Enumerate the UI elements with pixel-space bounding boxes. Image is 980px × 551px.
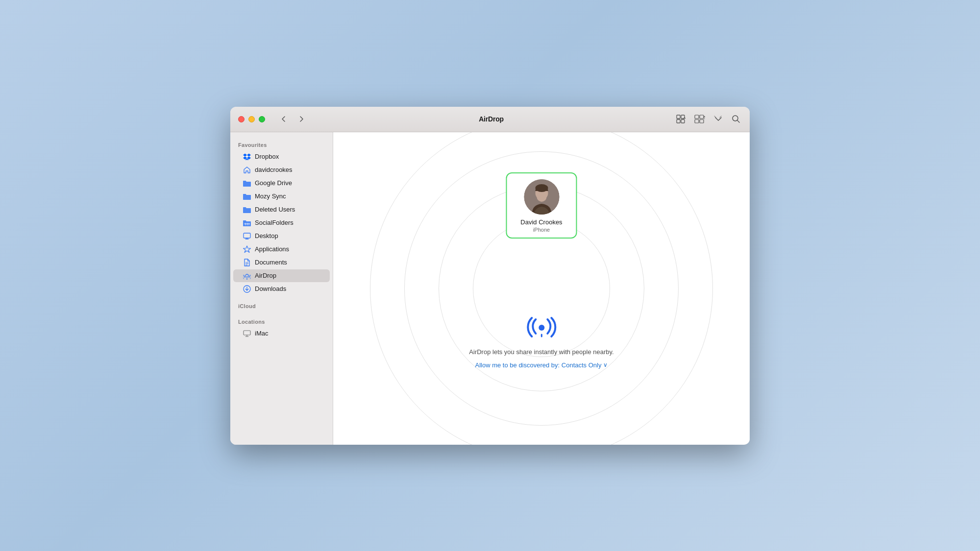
- svg-point-17: [245, 274, 248, 277]
- sidebar-item-desktop[interactable]: Desktop: [233, 230, 330, 242]
- folder-icon-mozy: [243, 192, 251, 200]
- close-button[interactable]: [238, 116, 245, 122]
- icloud-header: iCloud: [230, 299, 333, 311]
- svg-rect-4: [695, 115, 699, 119]
- sidebar-item-imac[interactable]: iMac: [233, 327, 330, 340]
- maximize-button[interactable]: [259, 116, 265, 122]
- sidebar-item-social-folders[interactable]: SocialFolders: [233, 216, 330, 229]
- airdrop-info: AirDrop lets you share instantly with pe…: [469, 307, 613, 369]
- favourites-header: Favourites: [230, 138, 333, 150]
- avatar: [524, 179, 559, 215]
- airdrop-discovery-setting[interactable]: Allow me to be discovered by: Contacts O…: [475, 361, 608, 369]
- svg-point-8: [733, 116, 738, 121]
- svg-rect-3: [681, 120, 685, 123]
- svg-point-18: [246, 278, 247, 279]
- device-name: David Crookes: [520, 218, 562, 226]
- svg-rect-13: [244, 233, 250, 238]
- sidebar-item-desktop-label: Desktop: [255, 232, 278, 240]
- folder-icon-gdrive: [243, 179, 251, 187]
- back-button[interactable]: [277, 114, 291, 124]
- svg-rect-2: [677, 120, 680, 123]
- sidebar-item-mozy-label: Mozy Sync: [255, 192, 286, 200]
- sidebar-item-documents[interactable]: Documents: [233, 256, 330, 269]
- finder-window: AirDrop: [230, 107, 750, 445]
- svg-rect-5: [695, 120, 699, 123]
- sidebar-item-docs-label: Documents: [255, 259, 287, 266]
- sidebar-item-home-label: davidcrookes: [255, 166, 293, 173]
- sidebar-item-apps-label: Applications: [255, 245, 289, 253]
- list-view-button[interactable]: [693, 113, 707, 125]
- svg-rect-6: [700, 115, 704, 119]
- airdrop-description: AirDrop lets you share instantly with pe…: [469, 348, 613, 356]
- traffic-lights: [238, 116, 265, 122]
- titlebar: AirDrop: [230, 107, 750, 132]
- sidebar-item-dropbox[interactable]: Dropbox: [233, 150, 330, 163]
- more-button[interactable]: [712, 114, 724, 124]
- main-panel: David Crookes iPhone AirDrop lets you sh…: [333, 132, 750, 445]
- sidebar-item-imac-label: iMac: [255, 330, 268, 337]
- airdrop-waves-icon: [524, 307, 559, 342]
- document-icon: [243, 259, 251, 266]
- forward-button[interactable]: [294, 114, 308, 124]
- toolbar-actions: [674, 113, 742, 125]
- sidebar-item-gdrive-label: Google Drive: [255, 179, 292, 187]
- discovery-label: Allow me to be discovered by: Contacts O…: [475, 361, 602, 369]
- main-content: Favourites Dropbox: [230, 132, 750, 445]
- svg-rect-0: [677, 115, 680, 119]
- airdrop-sidebar-icon: [243, 272, 251, 280]
- svg-rect-20: [244, 331, 250, 335]
- svg-rect-7: [700, 120, 704, 123]
- folder-grid-icon: [243, 219, 251, 227]
- window-title: AirDrop: [308, 115, 674, 123]
- desktop-icon: [243, 232, 251, 240]
- sidebar-item-deleted-label: Deleted Users: [255, 206, 295, 213]
- download-icon: [243, 285, 251, 293]
- sidebar-item-dropbox-label: Dropbox: [255, 153, 279, 160]
- sidebar-item-google-drive[interactable]: Google Drive: [233, 177, 330, 190]
- sidebar-item-home[interactable]: davidcrookes: [233, 164, 330, 176]
- svg-point-24: [539, 325, 544, 331]
- search-button[interactable]: [730, 113, 742, 125]
- sidebar-item-airdrop[interactable]: AirDrop: [233, 269, 330, 282]
- applications-icon: [243, 245, 251, 253]
- dropbox-icon: [243, 153, 251, 161]
- sidebar-item-applications[interactable]: Applications: [233, 243, 330, 256]
- chevron-down-icon: ∨: [603, 361, 608, 368]
- device-card[interactable]: David Crookes iPhone: [506, 172, 577, 239]
- sidebar-item-deleted-users[interactable]: Deleted Users: [233, 203, 330, 216]
- device-type: iPhone: [533, 227, 550, 233]
- locations-header: Locations: [230, 315, 333, 327]
- nav-buttons: [277, 114, 308, 124]
- sidebar-item-social-label: SocialFolders: [255, 219, 294, 226]
- folder-icon-deleted: [243, 206, 251, 214]
- icon-view-button[interactable]: [674, 113, 687, 125]
- sidebar-item-downloads[interactable]: Downloads: [233, 283, 330, 295]
- sidebar-item-downloads-label: Downloads: [255, 285, 286, 292]
- minimize-button[interactable]: [248, 116, 255, 122]
- sidebar: Favourites Dropbox: [230, 132, 333, 445]
- sidebar-item-mozy[interactable]: Mozy Sync: [233, 190, 330, 203]
- monitor-icon: [243, 330, 251, 337]
- home-icon: [243, 166, 251, 174]
- sidebar-item-airdrop-label: AirDrop: [255, 272, 276, 279]
